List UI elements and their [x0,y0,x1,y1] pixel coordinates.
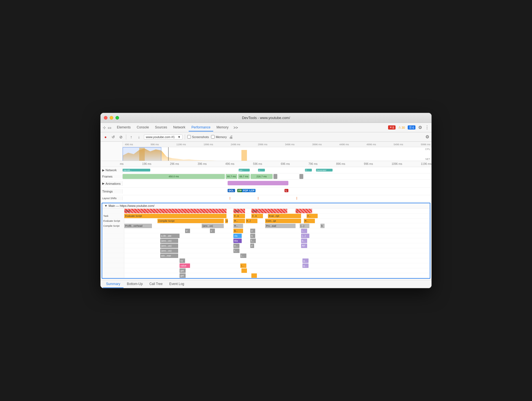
flame-row-12-content[interactable]: get [124,268,430,273]
flame-task-2[interactable]: Task [251,209,287,213]
download-button[interactable]: ↓ [136,134,142,140]
flame-e-0[interactable]: e... [233,244,239,248]
flame-get-1[interactable]: get [180,273,186,278]
flame-compile-0[interactable]: Compile Script [157,219,224,223]
flame-row-2-content[interactable]: Compile Script (anonymous) R... F...l Co… [124,218,430,223]
memory-capture-icon[interactable]: 🖨 [229,135,233,139]
upload-button[interactable]: ↑ [128,134,134,140]
memory-checkbox[interactable] [211,135,215,139]
error-badge[interactable]: ✕ 8 [388,125,396,130]
flame-row-7-content[interactable]: (ano...us) e... d RF [124,243,430,248]
flame-profiling-0[interactable]: Profili...verhead [124,224,152,228]
flame-g-0[interactable]: g... [302,258,309,263]
main-collapse-icon[interactable]: ▼ [104,204,107,207]
flame-ade-0[interactable]: a.de...ate [160,234,180,238]
flame-row-3-content[interactable]: Profili...verhead (ano...us) R... Pro...… [124,223,430,228]
close-button[interactable] [104,116,107,120]
track-layout-shifts-label[interactable]: Layout Shifts [101,196,123,200]
track-animations-label[interactable]: ▶ Animations [101,181,123,186]
flame-row-11-content[interactable]: value i... g... [124,263,430,268]
flame-task-1[interactable]: Task [233,209,245,213]
flame-anon-2[interactable]: (ano...us) [160,239,178,243]
bottom-tab-call-tree[interactable]: Call Tree [146,280,166,288]
record-button[interactable]: ● [103,134,108,140]
more-tabs-button[interactable]: >> [232,125,239,130]
capture-settings-icon[interactable]: ⚙ [425,134,429,139]
flame-row-1-content[interactable]: Evaluate Script F...k F...k Eval...ript … [124,213,430,218]
tab-sources[interactable]: Sources [152,124,170,131]
flame-g-1[interactable]: g... [302,263,309,268]
flame-rf-0[interactable]: RF [301,244,307,248]
minimize-button[interactable] [110,116,113,120]
clear-button[interactable]: ⊘ [118,134,124,140]
flame-vl-0[interactable]: v [210,229,215,233]
flame-anon-0[interactable]: (anonymous) [225,219,228,223]
flame-row-9-content[interactable]: win...mer (... [124,253,430,258]
more-options-icon[interactable]: ⋮ [425,125,429,130]
overview-chart[interactable]: 496 ms 996 ms 1196 ms 1996 ms 2496 ms 29… [123,142,431,161]
url-selector[interactable]: www.youtube.com #1 ▼ [144,134,183,139]
flame-evaluate-1[interactable]: F...k [233,214,245,218]
flame-row-10-content[interactable]: cy g... [124,258,430,263]
flame-get-0[interactable]: get [180,268,186,273]
inspect-icon[interactable]: ⊹ [103,125,106,130]
settings-icon[interactable]: ⚙ [418,125,422,130]
device-icon[interactable]: ▭ [108,125,111,130]
reload-button[interactable]: ↺ [110,134,116,140]
flame-anon-3[interactable]: (ano...us) [160,244,178,248]
flame-r-0[interactable]: R... [233,219,245,223]
flame-winmer-0[interactable]: win...mer [160,254,178,258]
tab-performance[interactable]: Performance [189,124,213,131]
bottom-tab-event-log[interactable]: Event Log [166,280,188,288]
flame-v-1[interactable]: V [250,229,255,233]
info-badge[interactable]: ☰ 6 [408,125,415,130]
flame-com-0[interactable]: Com...ipt [265,219,301,223]
track-network-label[interactable]: ▶ Network [101,168,123,173]
flame-i-0[interactable]: i... [301,229,307,233]
flame-parens-0[interactable]: (...) [300,224,309,228]
flame-paren-0[interactable]: (... [240,254,246,258]
flame-bla-0[interactable]: Bla [233,239,242,243]
flame-xla-0[interactable]: xla [233,234,242,238]
flame-b-0[interactable]: b [320,224,325,228]
flame-fl-0[interactable]: F...l [246,219,257,223]
flame-anon-4[interactable]: (ano...us) [160,249,178,253]
flame-v-0[interactable]: V [185,229,190,233]
flame-i-1[interactable]: i... [240,263,246,268]
flame-evaluate-0[interactable]: Evaluate Script [124,214,227,218]
flame-row-6-content[interactable]: (ano...us) Bla f... b... [124,238,430,243]
flame-cy-0[interactable]: cy [180,258,185,263]
flame-task-3[interactable]: T... [296,209,312,213]
flame-s-0[interactable]: S [250,234,255,238]
flame-yellow-sq-2[interactable] [251,273,257,278]
bottom-tab-summary[interactable]: Summary [103,280,123,288]
flame-task-0[interactable]: Task [124,209,227,213]
screenshots-checkbox[interactable] [187,135,191,139]
tab-elements[interactable]: Elements [114,124,133,131]
flame-evaluate-3[interactable]: Eval...ript [268,214,301,218]
flame-r-1[interactable]: R... [304,219,315,223]
warn-badge[interactable]: ⚠ 30 [398,126,405,129]
flame-evaluate-2[interactable]: F...k [251,214,263,218]
flame-parens-1[interactable]: (...) [301,234,309,238]
flame-row-0-content[interactable]: Task Task Task T... [124,209,430,213]
maximize-button[interactable] [115,116,119,120]
flame-yellow-sq-1[interactable] [241,268,247,273]
flame-d-0[interactable]: d [250,244,254,248]
flame-anon-1[interactable]: (ano...us) [202,224,224,228]
track-frames-label[interactable]: Frames [101,174,123,179]
flame-f-1[interactable]: f... [233,249,239,253]
flame-dollar-0[interactable]: $... [233,229,243,233]
flame-proead-0[interactable]: Pro...ead [265,224,296,228]
tab-memory[interactable]: Memory [214,124,231,131]
flame-row-4-content[interactable]: V v $... V i... [124,228,430,233]
track-timings-label[interactable]: Timings [101,189,123,194]
flame-b-1[interactable]: b... [301,239,307,243]
timeline-selection[interactable] [123,147,161,161]
tab-network[interactable]: Network [170,124,188,131]
flame-evaluate-4[interactable]: F... [307,214,318,218]
flame-row-5-content[interactable]: a.de...ate xla S (...) [124,233,430,238]
flame-row-13-content[interactable]: get [124,273,430,278]
flame-r-2[interactable]: R... [233,224,243,228]
tab-console[interactable]: Console [134,124,152,131]
